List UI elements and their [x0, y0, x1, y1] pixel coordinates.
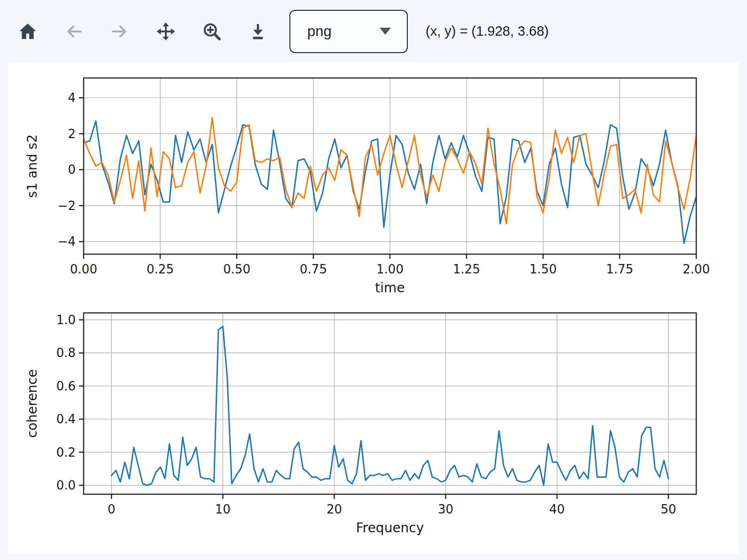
download-button[interactable]: [248, 22, 268, 41]
chevron-down-icon: [380, 28, 391, 35]
back-button[interactable]: [64, 22, 84, 41]
move-arrows-icon: [156, 22, 175, 41]
format-select-value: png: [307, 23, 332, 40]
cursor-position-readout: (x, y) = (1.928, 3.68): [426, 23, 549, 39]
x-tick-label: 0.25: [147, 262, 174, 276]
y-axis-label: coherence: [24, 369, 40, 438]
x-tick-label: 1.50: [529, 262, 557, 276]
x-tick-label: 30: [438, 502, 453, 516]
line-coherence: [111, 327, 668, 485]
subplot-coherence: 010203040500.00.20.40.60.81.0Frequencyco…: [24, 313, 696, 536]
home-icon: [18, 22, 37, 41]
y-tick-label: 0.8: [56, 346, 76, 360]
x-tick-label: 0: [108, 502, 116, 516]
y-axis-label: s1 and s2: [24, 134, 40, 198]
axes-spines: [84, 313, 696, 494]
x-tick-label: 0.75: [300, 262, 327, 276]
x-tick-label: 1.25: [453, 262, 480, 276]
magnifier-plus-icon: [202, 22, 221, 41]
x-axis-label: Frequency: [356, 520, 424, 536]
matplotlib-canvas[interactable]: 0.000.250.500.751.001.251.501.752.00−4−2…: [8, 62, 739, 553]
x-tick-label: 1.00: [376, 262, 404, 276]
x-tick-label: 2.00: [683, 262, 710, 276]
forward-button[interactable]: [110, 22, 130, 41]
x-tick-label: 1.75: [606, 262, 633, 276]
home-button[interactable]: [18, 22, 38, 41]
y-tick-label: 4: [68, 91, 76, 105]
y-tick-label: 0.4: [56, 412, 76, 426]
x-tick-label: 10: [215, 502, 231, 516]
y-tick-label: 0: [68, 163, 76, 177]
y-tick-label: 1.0: [56, 313, 76, 327]
subplot-signals: 0.000.250.500.751.001.251.501.752.00−4−2…: [24, 78, 710, 296]
y-tick-label: 0.2: [56, 445, 76, 459]
x-tick-label: 20: [327, 502, 342, 516]
y-tick-label: −2: [58, 199, 76, 213]
y-tick-label: 2: [68, 127, 76, 141]
y-tick-label: −4: [58, 234, 76, 249]
matplotlib-toolbar: png (x, y) = (1.928, 3.68): [0, 0, 747, 62]
y-tick-label: 0.0: [56, 478, 76, 492]
x-tick-label: 50: [661, 502, 676, 516]
x-tick-label: 40: [549, 502, 565, 516]
arrow-left-icon: [64, 22, 83, 41]
format-select[interactable]: png: [289, 10, 408, 53]
download-icon: [249, 22, 267, 41]
pan-button[interactable]: [156, 22, 176, 41]
series-group: [111, 327, 668, 485]
zoom-button[interactable]: [202, 22, 222, 41]
x-tick-label: 0.50: [223, 262, 250, 276]
figure: 0.000.250.500.751.001.251.501.752.00−4−2…: [8, 62, 739, 553]
y-tick-label: 0.6: [56, 379, 76, 393]
app-window: { "toolbar": { "buttons": [ {"id": "home…: [0, 0, 747, 560]
arrow-right-icon: [110, 22, 129, 41]
x-axis-label: time: [375, 280, 405, 296]
x-tick-label: 0.00: [70, 262, 97, 276]
